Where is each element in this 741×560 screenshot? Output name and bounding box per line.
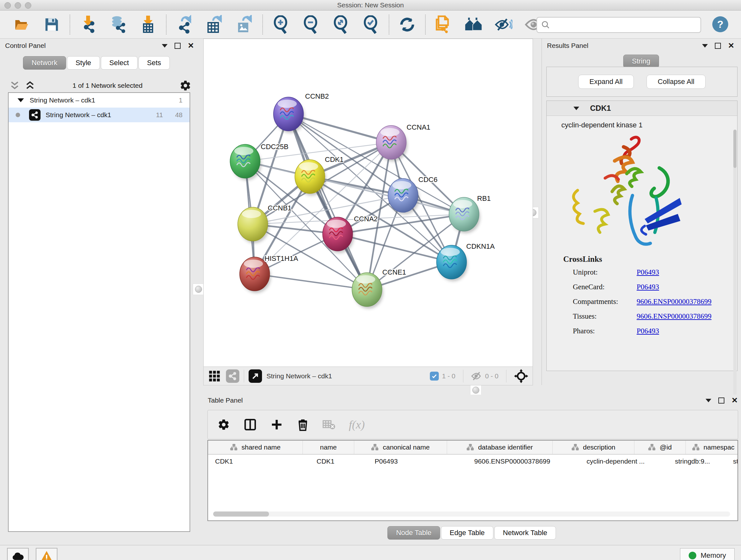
network-overview-icon[interactable] <box>226 369 239 383</box>
collection-expand-icon[interactable] <box>17 98 24 102</box>
table-cell[interactable]: CDK1 <box>208 455 310 468</box>
table-cell[interactable]: stringdb <box>726 455 738 468</box>
memory-button[interactable]: Memory <box>680 548 735 560</box>
node-CCNB2[interactable] <box>273 97 305 133</box>
edge-CCNB2-CCNE1[interactable] <box>288 114 367 290</box>
import-network-database-icon[interactable] <box>109 16 127 34</box>
table-cell[interactable]: 9606.ENSP00000378699 <box>467 455 580 468</box>
tab-network[interactable]: Network <box>23 56 66 70</box>
import-network-file-icon[interactable] <box>79 16 97 34</box>
results-panel-menu-icon[interactable] <box>702 44 708 48</box>
horizontal-splitter-handle[interactable] <box>470 384 482 396</box>
tab-select[interactable]: Select <box>101 56 138 70</box>
node-CCNE1[interactable] <box>352 273 383 309</box>
show-columns-icon[interactable] <box>244 418 257 431</box>
refresh-view-icon[interactable] <box>398 16 416 34</box>
tab-edge-table[interactable]: Edge Table <box>441 526 493 540</box>
tab-sets[interactable]: Sets <box>138 56 170 70</box>
node-CDK1[interactable] <box>295 160 326 196</box>
crosslink-link[interactable]: P06493 <box>636 283 659 291</box>
network-options-gear-icon[interactable] <box>179 79 192 91</box>
crosslink-label: Compartments: <box>563 298 636 306</box>
column-header-database-identifier[interactable]: database identifier <box>447 441 553 454</box>
import-table-icon[interactable] <box>139 16 157 34</box>
zoom-fit-icon[interactable] <box>332 16 350 34</box>
delete-column-icon[interactable] <box>296 418 309 431</box>
table-cell[interactable]: stringdb:9... <box>668 455 726 468</box>
table-cell[interactable]: cyclin-dependent ... <box>580 455 668 468</box>
table-panel-float-icon[interactable] <box>718 397 724 403</box>
add-column-icon[interactable] <box>270 418 283 431</box>
birdseye-grid-icon[interactable] <box>208 370 221 382</box>
cloud-status-button[interactable] <box>7 548 29 560</box>
node-details-expand-icon[interactable] <box>574 107 579 110</box>
tab-style[interactable]: Style <box>67 56 100 70</box>
current-network-title: String Network – cdk1 <box>266 372 332 380</box>
network-view-canvas[interactable]: CCNB2CCNA1CDC25BCDK1CDC6RB1CCNB1CCNA2CDK… <box>203 39 533 367</box>
table-panel-close-icon[interactable]: ✕ <box>731 396 738 404</box>
window-title: Session: New Session <box>0 1 741 9</box>
hide-selection-icon[interactable] <box>495 16 513 34</box>
table-options-gear-icon[interactable] <box>217 418 230 431</box>
collapse-all-button[interactable]: Collapse All <box>647 75 705 89</box>
expand-all-icon[interactable] <box>25 81 36 90</box>
crosslink-link[interactable]: P06493 <box>636 268 659 276</box>
node-CCNB1[interactable] <box>238 207 269 243</box>
clone-network-icon[interactable] <box>434 16 453 34</box>
edge-HIST1H1A-CCNE1[interactable] <box>255 274 367 290</box>
crosslink-link[interactable]: P06493 <box>636 327 659 335</box>
control-panel-close-icon[interactable]: ✕ <box>188 42 194 50</box>
save-session-icon[interactable] <box>43 16 61 34</box>
crosslink-link[interactable]: 9606.ENSP00000378699 <box>636 298 712 306</box>
control-panel-menu-icon[interactable] <box>162 44 167 48</box>
control-panel-float-icon[interactable] <box>175 43 181 49</box>
column-header-name[interactable]: name <box>303 441 354 454</box>
export-table-icon[interactable] <box>205 16 223 34</box>
node-CDC25B[interactable] <box>230 144 261 180</box>
detach-view-icon[interactable] <box>249 369 262 383</box>
column-header-@id[interactable]: @id <box>634 441 686 454</box>
tab-node-table[interactable]: Node Table <box>387 526 440 540</box>
zoom-out-icon[interactable] <box>302 16 320 34</box>
left-splitter[interactable] <box>201 39 203 385</box>
node-table[interactable]: shared namenamecanonical namedatabase id… <box>207 440 738 521</box>
network-row-selected[interactable]: String Network – cdk1 11 48 <box>9 108 190 122</box>
crosslink-link[interactable]: 9606.ENSP00000378699 <box>636 312 712 320</box>
expand-all-button[interactable]: Expand All <box>578 75 634 89</box>
search-input[interactable] <box>550 21 689 29</box>
column-header-canonical-name[interactable]: canonical name <box>354 441 447 454</box>
results-panel-close-icon[interactable]: ✕ <box>728 42 734 50</box>
export-image-icon[interactable] <box>235 16 253 34</box>
table-row[interactable]: CDK1CDK1P064939606.ENSP00000378699cyclin… <box>208 455 738 468</box>
left-splitter-handle[interactable] <box>193 284 204 295</box>
memory-label: Memory <box>701 551 726 560</box>
node-CCNA1[interactable] <box>376 125 408 162</box>
search-box[interactable] <box>536 17 701 33</box>
tab-string[interactable]: String <box>623 55 659 68</box>
node-details-header[interactable]: CDK1 <box>547 101 737 116</box>
table-cell[interactable]: P06493 <box>367 455 467 468</box>
zoom-selected-icon[interactable] <box>362 16 380 34</box>
table-horizontal-scrollbar[interactable] <box>213 511 730 516</box>
results-panel-float-icon[interactable] <box>715 43 721 49</box>
node-RB1[interactable] <box>449 197 480 233</box>
results-scrollbar[interactable] <box>733 130 737 398</box>
network-graph[interactable]: CCNB2CCNA1CDC25BCDK1CDC6RB1CCNB1CCNA2CDK… <box>204 39 533 367</box>
column-header-description[interactable]: description <box>553 441 634 454</box>
home-icon[interactable] <box>465 16 482 34</box>
collapse-all-icon[interactable] <box>10 81 20 90</box>
zoom-in-icon[interactable] <box>272 16 290 34</box>
help-button[interactable]: ? <box>712 16 728 32</box>
table-cell[interactable]: CDK1 <box>310 455 367 468</box>
node-CDKN1A[interactable] <box>436 245 468 281</box>
table-panel-menu-icon[interactable] <box>705 399 711 402</box>
open-session-icon[interactable] <box>13 16 30 34</box>
network-collection-row[interactable]: String Network – cdk1 1 <box>9 93 190 108</box>
warning-status-button[interactable] <box>36 548 57 560</box>
export-network-icon[interactable] <box>176 16 193 34</box>
column-header-namespac[interactable]: namespac <box>686 441 738 454</box>
selected-indicator-checkbox[interactable] <box>430 372 439 381</box>
tab-network-table[interactable]: Network Table <box>494 526 556 540</box>
pan-crosshair-icon[interactable] <box>514 369 528 383</box>
column-header-shared-name[interactable]: shared name <box>208 441 303 454</box>
